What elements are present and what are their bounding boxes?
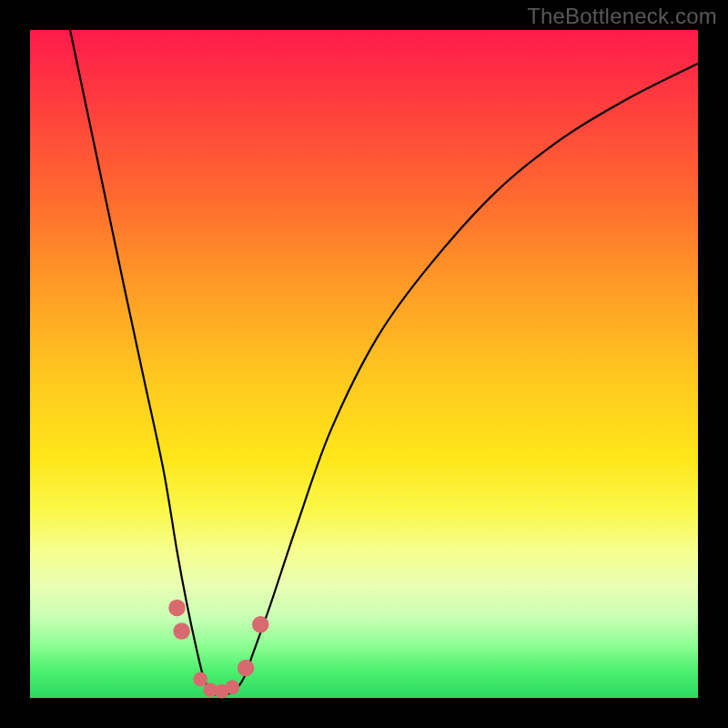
curve-marker xyxy=(193,672,207,687)
curve-marker xyxy=(238,660,255,677)
chart-svg xyxy=(30,30,698,698)
curve-marker xyxy=(225,680,239,694)
curve-marker xyxy=(168,600,186,617)
curve-marker xyxy=(173,622,190,640)
chart-frame: TheBottleneck.com xyxy=(0,0,728,728)
watermark-text: TheBottleneck.com xyxy=(527,4,717,29)
curve-marker xyxy=(252,616,269,633)
bottleneck-curve xyxy=(70,30,698,695)
